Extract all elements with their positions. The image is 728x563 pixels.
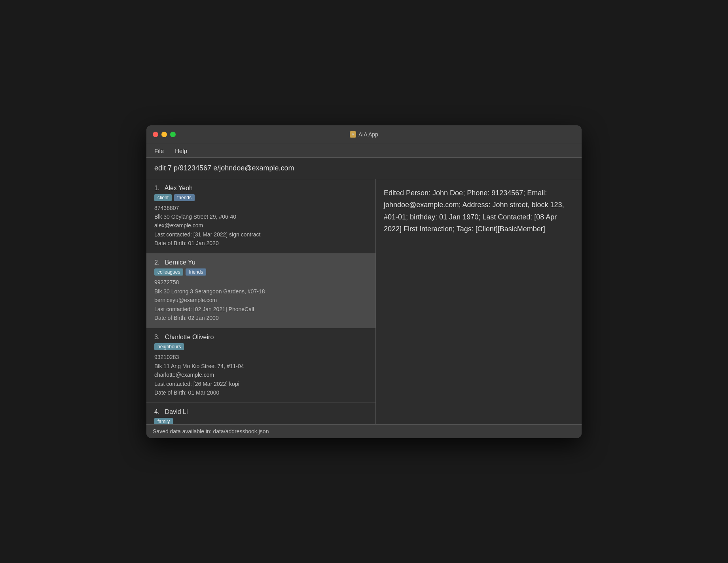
contact-name-3: 3. Charlotte Oliveiro	[154, 334, 368, 341]
contact-address-1: Blk 30 Geylang Street 29, #06-40	[154, 212, 368, 221]
app-title: AIA App	[358, 131, 378, 138]
main-content: 1. Alex Yeoh client friends 87438807 Blk…	[146, 179, 582, 424]
command-text: edit 7 p/91234567 e/johndoe@example.com	[154, 164, 294, 172]
contact-name-1: 1. Alex Yeoh	[154, 185, 368, 192]
command-bar: edit 7 p/91234567 e/johndoe@example.com	[146, 158, 582, 179]
window-controls	[153, 132, 176, 137]
contact-details-1: 87438807 Blk 30 Geylang Street 29, #06-4…	[154, 204, 368, 248]
status-bar: Saved data available in: data/addressboo…	[146, 424, 582, 438]
contact-tags-3: neighbours	[154, 343, 368, 350]
close-button[interactable]	[153, 132, 158, 137]
contact-dob-2: Date of Birth: 02 Jan 2000	[154, 314, 368, 322]
detail-panel: Edited Person: John Doe; Phone: 91234567…	[376, 179, 582, 424]
contact-index-1: 1.	[154, 185, 163, 191]
contact-dob-3: Date of Birth: 01 Mar 2000	[154, 388, 368, 397]
contact-details-3: 93210283 Blk 11 Ang Mo Kio Street 74, #1…	[154, 353, 368, 397]
contact-item-3[interactable]: 3. Charlotte Oliveiro neighbours 9321028…	[146, 328, 375, 403]
contact-tags-2: colleagues friends	[154, 268, 368, 276]
maximize-button[interactable]	[170, 132, 176, 137]
app-window: A AIA App File Help edit 7 p/91234567 e/…	[146, 125, 582, 438]
tag-client: client	[154, 194, 172, 201]
status-text: Saved data available in: data/addressboo…	[153, 428, 269, 435]
menu-bar: File Help	[146, 144, 582, 158]
contact-item-2[interactable]: 2. Bernice Yu colleagues friends 9927275…	[146, 253, 375, 328]
contact-index-2: 2.	[154, 259, 163, 266]
contact-phone-2: 99272758	[154, 278, 368, 287]
detail-text: Edited Person: John Doe; Phone: 91234567…	[384, 187, 574, 235]
menu-file[interactable]: File	[153, 147, 165, 155]
contact-name-4: 4. David Li	[154, 408, 368, 416]
minimize-button[interactable]	[161, 132, 167, 137]
contact-address-3: Blk 11 Ang Mo Kio Street 74, #11-04	[154, 362, 368, 370]
app-icon: A	[350, 131, 356, 138]
title-bar: A AIA App	[146, 125, 582, 144]
tag-family: family	[154, 418, 173, 424]
tag-colleagues: colleagues	[154, 268, 183, 276]
contact-last-contacted-1: Last contacted: [31 Mar 2022] sign contr…	[154, 230, 368, 239]
contact-item-1[interactable]: 1. Alex Yeoh client friends 87438807 Blk…	[146, 179, 375, 254]
contact-item-4[interactable]: 4. David Li family 91031282	[146, 403, 375, 424]
contact-tags-1: client friends	[154, 194, 368, 201]
contact-tags-4: family	[154, 418, 368, 424]
contact-details-2: 99272758 Blk 30 Lorong 3 Serangoon Garde…	[154, 278, 368, 322]
tag-friends: friends	[174, 194, 195, 201]
contact-phone-1: 87438807	[154, 204, 368, 212]
tag-neighbours: neighbours	[154, 343, 184, 350]
contact-index-4: 4.	[154, 408, 163, 415]
contact-last-contacted-2: Last contacted: [02 Jan 2021] PhoneCall	[154, 305, 368, 314]
contacts-panel[interactable]: 1. Alex Yeoh client friends 87438807 Blk…	[146, 179, 376, 424]
menu-help[interactable]: Help	[173, 147, 189, 155]
tag-friends-2: friends	[186, 268, 206, 276]
contact-phone-3: 93210283	[154, 353, 368, 361]
contact-email-3: charlotte@example.com	[154, 370, 368, 379]
contact-name-2: 2. Bernice Yu	[154, 259, 368, 266]
contact-dob-1: Date of Birth: 01 Jan 2020	[154, 239, 368, 247]
contact-email-2: berniceyu@example.com	[154, 296, 368, 304]
contact-index-3: 3.	[154, 334, 163, 340]
contact-last-contacted-3: Last contacted: [26 Mar 2022] kopi	[154, 380, 368, 388]
title-text: A AIA App	[350, 131, 378, 138]
contact-email-1: alex@example.com	[154, 221, 368, 230]
contact-address-2: Blk 30 Lorong 3 Serangoon Gardens, #07-1…	[154, 287, 368, 296]
